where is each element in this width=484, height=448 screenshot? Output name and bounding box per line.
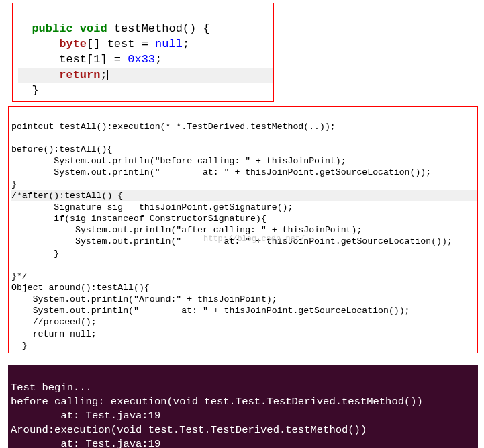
terminal-line: Around:execution(void test.Test.TestDeri… — [11, 424, 367, 436]
code-line-highlighted: return; — [18, 68, 273, 83]
code-line: return null; — [11, 329, 97, 339]
code-line: before():testAll(){ — [11, 144, 112, 154]
code-line: System.out.println("before calling: " + … — [11, 156, 346, 166]
text-cursor — [107, 70, 108, 80]
terminal-line: at: Test.java:19 — [11, 438, 160, 448]
code-line: }*/ — [11, 271, 28, 281]
terminal-output-block: Test begin... before calling: execution(… — [8, 365, 478, 448]
code-line: } — [11, 341, 28, 351]
code-line: Object around():testAll(){ — [11, 283, 150, 293]
code-line: } — [18, 84, 39, 97]
aspectj-code-block: pointcut testAll():execution(* *.TestDer… — [8, 106, 478, 353]
code-line: public void testMethod() { — [18, 22, 210, 35]
code-line: test[1] = 0x33; — [18, 53, 162, 66]
code-line: System.out.println(" at: " + thisJoinPoi… — [11, 306, 410, 316]
code-line: pointcut testAll():execution(* *.TestDer… — [11, 122, 336, 132]
code-line: //proceed(); — [11, 317, 97, 327]
code-line: System.out.println("after calling: " + t… — [11, 225, 362, 235]
code-line: System.out.println(" at: " + thisJoinPoi… — [11, 236, 452, 247]
code-line-highlighted: /*after():testAll() { — [11, 190, 477, 201]
code-line: System.out.println("Around:" + thisJoinP… — [11, 294, 277, 304]
terminal-line: Test begin... — [11, 382, 92, 394]
code-line: } — [11, 249, 59, 259]
code-line: System.out.println(" at: " + thisJoinPoi… — [11, 167, 431, 177]
code-line: Signature sig = thisJoinPoint.getSignatu… — [11, 202, 293, 212]
code-line: if(sig instanceof ConstructorSignature){ — [11, 214, 267, 224]
code-line: byte[] test = null; — [18, 38, 189, 50]
terminal-line: at: Test.java:19 — [11, 410, 160, 422]
terminal-line: before calling: execution(void test.Test… — [11, 396, 423, 408]
java-method-code-block: public void testMethod() { byte[] test =… — [12, 3, 274, 102]
code-line: } — [11, 179, 17, 189]
